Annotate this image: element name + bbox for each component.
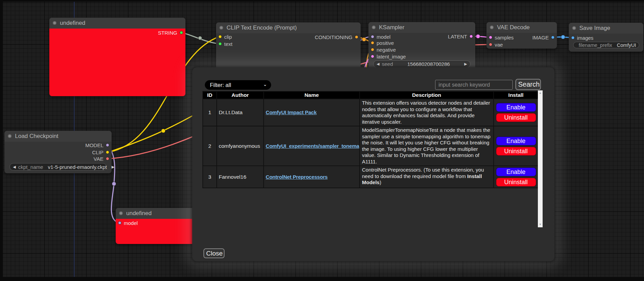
slot-dot-model[interactable] — [106, 143, 109, 147]
node-title-bar[interactable]: KSampler — [368, 22, 475, 33]
slot-label: negative — [377, 47, 396, 53]
output-slot-latent[interactable]: LATENT — [448, 34, 473, 39]
slot-dot-latent-image[interactable] — [371, 55, 374, 58]
enable-button[interactable]: Enable — [496, 168, 536, 176]
next-arrow-icon[interactable]: ▶ — [112, 165, 114, 169]
cell-id: 1 — [203, 99, 217, 126]
output-slot-vae[interactable]: VAE — [94, 156, 109, 161]
slot-dot-images[interactable] — [571, 36, 575, 39]
slot-label: model — [377, 34, 391, 40]
input-slot-vae[interactable]: vae — [489, 42, 503, 47]
link-dot-model[interactable] — [112, 182, 116, 186]
collapse-dot-icon[interactable] — [372, 25, 376, 29]
node-title-bar[interactable]: Load Checkpoint — [4, 131, 112, 142]
node-load-checkpoint[interactable]: Load Checkpoint MODEL CLIP VAE ◀ ckpt_na… — [4, 131, 112, 173]
collapse-dot-icon[interactable] — [8, 134, 12, 138]
output-slot-conditioning[interactable]: CONDITIONING — [315, 34, 358, 40]
slot-dot-negative[interactable] — [371, 48, 374, 51]
node-title: VAE Decode — [497, 24, 530, 31]
input-slot-model[interactable]: model — [118, 220, 138, 226]
table-header-row: ID Author Name Description Install — [203, 91, 538, 99]
collapse-dot-icon[interactable] — [53, 21, 56, 25]
input-slot-latent-image[interactable]: latent_image — [371, 54, 406, 59]
uninstall-button[interactable]: Uninstall — [496, 147, 536, 156]
scroll-up-icon[interactable]: ▲ — [539, 90, 542, 96]
slot-dot-model[interactable] — [371, 35, 374, 38]
enable-button[interactable]: Enable — [496, 103, 536, 112]
output-slot-clip[interactable]: CLIP — [92, 150, 109, 155]
input-slot-images[interactable]: images — [571, 35, 593, 40]
filename-prefix-widget[interactable]: filename_prefix ComfyUI — [573, 42, 639, 48]
link-dot-image[interactable] — [561, 35, 565, 39]
input-slot-samples[interactable]: samples — [489, 35, 514, 40]
collapse-dot-icon[interactable] — [572, 26, 576, 30]
link-dot-string[interactable] — [198, 36, 202, 40]
slot-dot-positive[interactable] — [371, 41, 374, 45]
slot-label: VAE — [94, 156, 103, 162]
collapse-dot-icon[interactable] — [219, 26, 223, 30]
extension-link[interactable]: ControlNet Preprocessors — [266, 174, 328, 180]
node-clip-text-encode[interactable]: CLIP Text Encode (Prompt) clip text COND… — [216, 22, 361, 70]
node-error-body: model — [116, 219, 204, 244]
widget-value[interactable]: v1-5-pruned-emaonly.ckpt — [48, 164, 107, 170]
slot-dot-latent[interactable] — [469, 35, 473, 38]
search-input[interactable] — [435, 80, 513, 90]
node-title-bar[interactable]: Save Image — [569, 23, 643, 34]
node-ksampler[interactable]: KSampler model positive negative latent_… — [368, 22, 475, 71]
output-slot-model[interactable]: MODEL — [85, 142, 109, 148]
node-undefined-bottom[interactable]: undefined model — [116, 208, 204, 244]
prev-arrow-icon[interactable]: ◀ — [13, 165, 16, 169]
node-title-bar[interactable]: undefined — [116, 208, 204, 219]
slot-dot-model[interactable] — [118, 221, 121, 225]
node-title-bar[interactable]: VAE Decode — [486, 22, 557, 33]
enable-button[interactable]: Enable — [496, 137, 536, 145]
slot-dot-vae[interactable] — [106, 157, 109, 160]
node-undefined-top[interactable]: undefined STRING — [49, 18, 185, 96]
node-title-bar[interactable]: undefined — [49, 18, 185, 29]
collapse-dot-icon[interactable] — [119, 211, 123, 215]
collapse-dot-icon[interactable] — [490, 25, 494, 29]
input-slot-clip[interactable]: clip — [218, 34, 232, 39]
node-title: undefined — [60, 20, 85, 26]
seed-widget[interactable]: ◀ seed 156680208700286 ▶ — [373, 60, 470, 68]
scroll-down-icon[interactable]: ▼ — [539, 222, 542, 227]
decrement-arrow-icon[interactable]: ◀ — [377, 62, 379, 66]
slot-dot-clip[interactable] — [218, 35, 222, 38]
filter-select[interactable]: Filter: all — [205, 80, 271, 90]
table-scrollbar[interactable]: ▲ ▼ — [538, 90, 543, 227]
input-slot-text[interactable]: text — [218, 41, 232, 47]
output-slot-string[interactable]: STRING — [158, 30, 183, 35]
cell-description: This extension offers various detector n… — [360, 99, 494, 126]
uninstall-button[interactable]: Uninstall — [496, 178, 536, 187]
node-save-image[interactable]: Save Image images filename_prefix ComfyU… — [569, 23, 643, 52]
extension-manager-dialog: Filter: all ⌄ Search ID Author Name Desc… — [192, 67, 555, 261]
widget-value[interactable]: ComfyUI — [617, 42, 636, 48]
cell-id: 2 — [203, 126, 217, 166]
increment-arrow-icon[interactable]: ▶ — [464, 62, 467, 66]
slot-dot-string[interactable] — [180, 31, 183, 34]
input-slot-negative[interactable]: negative — [371, 47, 396, 52]
slot-dot-image[interactable] — [551, 36, 555, 39]
slot-dot-vae[interactable] — [489, 43, 492, 46]
link-dot-latent[interactable] — [476, 34, 480, 38]
uninstall-button[interactable]: Uninstall — [496, 113, 536, 122]
slot-dot-conditioning[interactable] — [355, 35, 358, 39]
graph-canvas[interactable]: { "canvas": { "nodes": { "undefined_top"… — [0, 0, 644, 281]
node-title-bar[interactable]: CLIP Text Encode (Prompt) — [216, 22, 361, 33]
extension-link[interactable]: ComfyUI Impact Pack — [266, 109, 317, 115]
slot-dot-samples[interactable] — [489, 36, 492, 39]
node-vae-decode[interactable]: VAE Decode samples vae IMAGE — [486, 22, 557, 49]
search-button[interactable]: Search — [515, 79, 541, 90]
input-slot-model[interactable]: model — [371, 34, 391, 39]
ckpt-name-widget[interactable]: ◀ ckpt_name v1-5-pruned-emaonly.ckpt ▶ — [10, 163, 106, 171]
widget-value[interactable]: 156680208700286 — [407, 61, 450, 67]
close-button[interactable]: Close — [203, 248, 225, 258]
slot-dot-text[interactable] — [218, 42, 222, 46]
slot-label: LATENT — [448, 34, 467, 39]
link-dot-clip[interactable] — [161, 129, 165, 133]
link-dot-conditioning[interactable] — [362, 37, 366, 41]
input-slot-positive[interactable]: positive — [371, 40, 394, 46]
slot-dot-clip[interactable] — [106, 151, 109, 154]
extension-link[interactable]: ComfyUI_experiments/sampler_tonemap — [266, 143, 360, 149]
output-slot-image[interactable]: IMAGE — [532, 35, 555, 40]
